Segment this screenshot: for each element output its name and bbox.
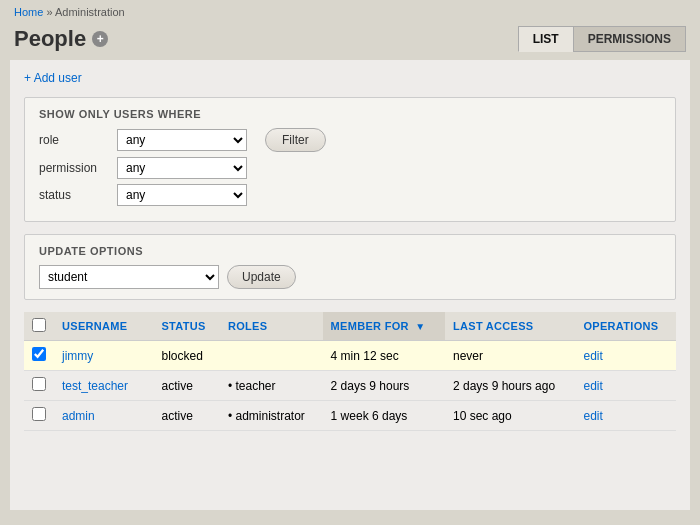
th-operations: OPERATIONS (575, 312, 676, 341)
breadcrumb-home[interactable]: Home (14, 6, 43, 18)
row-checkbox-1[interactable] (32, 377, 46, 391)
member-for-cell-2: 1 week 6 days (323, 401, 445, 431)
row-checkbox-0[interactable] (32, 347, 46, 361)
th-member-for[interactable]: MEMBER FOR ▼ (323, 312, 445, 341)
roles-cell-0 (220, 341, 323, 371)
filter-label-permission: permission (39, 161, 109, 175)
breadcrumb-current: Administration (55, 6, 125, 18)
filter-section-title: SHOW ONLY USERS WHERE (39, 108, 661, 120)
update-box: UPDATE OPTIONS student blocked active ad… (24, 234, 676, 300)
breadcrumb-separator: » (46, 6, 52, 18)
status-cell-0: blocked (153, 341, 219, 371)
table-row: jimmyblocked4 min 12 secneveredit (24, 341, 676, 371)
tab-buttons: LIST PERMISSIONS (518, 26, 686, 52)
page-header: People + LIST PERMISSIONS (0, 22, 700, 60)
breadcrumb: Home » Administration (14, 6, 125, 18)
select-all-checkbox[interactable] (32, 318, 46, 332)
th-status[interactable]: STATUS (153, 312, 219, 341)
main-content: + Add user SHOW ONLY USERS WHERE role an… (10, 60, 690, 510)
th-username[interactable]: USERNAME (54, 312, 153, 341)
user-link-admin[interactable]: admin (62, 409, 95, 423)
filter-button[interactable]: Filter (265, 128, 326, 152)
member-for-cell-1: 2 days 9 hours (323, 371, 445, 401)
filter-label-status: status (39, 188, 109, 202)
filter-row-role: role any Filter (39, 128, 661, 152)
status-cell-1: active (153, 371, 219, 401)
filter-label-role: role (39, 133, 109, 147)
page-title: People (14, 26, 86, 52)
last-access-cell-1: 2 days 9 hours ago (445, 371, 575, 401)
status-cell-2: active (153, 401, 219, 431)
user-link-test_teacher[interactable]: test_teacher (62, 379, 128, 393)
user-table: USERNAME STATUS ROLES MEMBER FOR ▼ LAST … (24, 312, 676, 431)
filter-row-status: status any (39, 184, 661, 206)
table-row: adminactive• administrator1 week 6 days1… (24, 401, 676, 431)
user-link-jimmy[interactable]: jimmy (62, 349, 93, 363)
tab-list[interactable]: LIST (518, 26, 573, 52)
filter-select-status[interactable]: any (117, 184, 247, 206)
row-checkbox-2[interactable] (32, 407, 46, 421)
update-button[interactable]: Update (227, 265, 296, 289)
edit-link-test_teacher[interactable]: edit (583, 379, 602, 393)
th-last-access[interactable]: LAST ACCESS (445, 312, 575, 341)
filter-select-role[interactable]: any (117, 129, 247, 151)
roles-cell-2: • administrator (220, 401, 323, 431)
edit-link-jimmy[interactable]: edit (583, 349, 602, 363)
member-for-cell-0: 4 min 12 sec (323, 341, 445, 371)
th-check (24, 312, 54, 341)
update-section-title: UPDATE OPTIONS (39, 245, 661, 257)
last-access-cell-2: 10 sec ago (445, 401, 575, 431)
sort-arrow-icon: ▼ (415, 321, 425, 332)
filter-row-permission: permission any (39, 157, 661, 179)
add-page-icon[interactable]: + (92, 31, 108, 47)
add-user-link[interactable]: + Add user (24, 71, 82, 85)
filter-select-permission[interactable]: any (117, 157, 247, 179)
update-row: student blocked active administrator Upd… (39, 265, 661, 289)
th-roles[interactable]: ROLES (220, 312, 323, 341)
last-access-cell-0: never (445, 341, 575, 371)
update-select[interactable]: student blocked active administrator (39, 265, 219, 289)
filter-box: SHOW ONLY USERS WHERE role any Filter pe… (24, 97, 676, 222)
tab-permissions[interactable]: PERMISSIONS (573, 26, 686, 52)
table-row: test_teacheractive• teacher2 days 9 hour… (24, 371, 676, 401)
edit-link-admin[interactable]: edit (583, 409, 602, 423)
table-header-row: USERNAME STATUS ROLES MEMBER FOR ▼ LAST … (24, 312, 676, 341)
roles-cell-1: • teacher (220, 371, 323, 401)
